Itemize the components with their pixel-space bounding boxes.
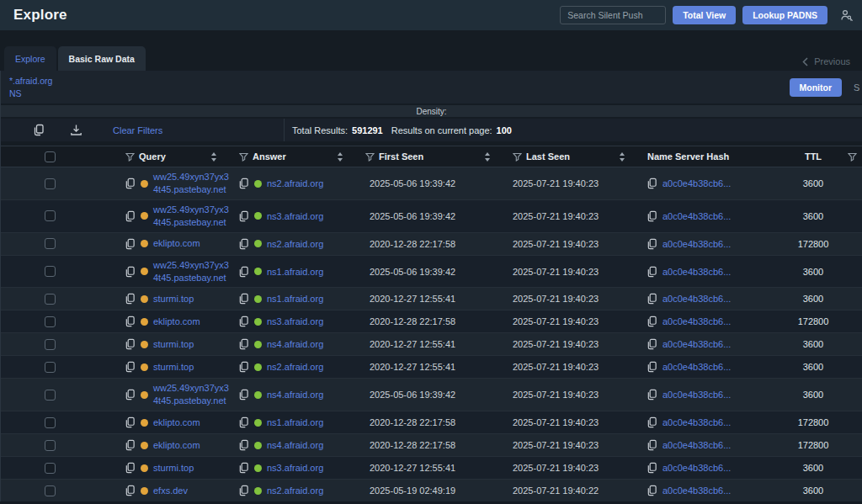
copy-icon[interactable] xyxy=(646,316,657,327)
name-server-hash-link[interactable]: a0c0e4b38cb6... xyxy=(662,485,731,496)
name-server-hash-link[interactable]: a0c0e4b38cb6... xyxy=(662,316,731,326)
filter-icon[interactable] xyxy=(365,152,375,162)
query-link[interactable]: eklipto.com xyxy=(153,439,200,452)
copy-icon[interactable] xyxy=(125,178,136,189)
name-server-hash-link[interactable]: a0c0e4b38cb6... xyxy=(662,362,731,372)
row-checkbox[interactable] xyxy=(45,294,56,305)
answer-link[interactable]: ns3.afraid.org xyxy=(267,463,323,473)
answer-link[interactable]: ns2.afraid.org xyxy=(267,178,323,188)
copy-icon[interactable] xyxy=(238,210,249,222)
query-link[interactable]: sturmi.top xyxy=(153,293,194,305)
row-checkbox[interactable] xyxy=(45,362,56,373)
copy-icon[interactable] xyxy=(125,210,136,222)
row-checkbox[interactable] xyxy=(45,316,56,327)
select-all-checkbox[interactable] xyxy=(45,151,56,162)
query-link[interactable]: efxs.dev xyxy=(153,485,188,497)
copy-icon[interactable] xyxy=(125,439,136,451)
copy-icon[interactable] xyxy=(125,293,136,305)
previous-button[interactable]: Previous xyxy=(802,56,850,71)
answer-link[interactable]: ns2.afraid.org xyxy=(267,485,323,496)
query-link[interactable]: ww25.49xyn37yx34t45.pastebay.net xyxy=(153,382,232,407)
copy-icon[interactable] xyxy=(238,178,249,189)
row-checkbox[interactable] xyxy=(45,266,56,277)
tab-explore[interactable]: Explore xyxy=(4,46,56,71)
filter-icon[interactable] xyxy=(239,152,248,162)
name-server-hash-link[interactable]: a0c0e4b38cb6... xyxy=(662,211,731,221)
copy-icon[interactable] xyxy=(646,266,657,278)
clipped-right-button[interactable]: S xyxy=(854,82,862,93)
name-server-hash-link[interactable]: a0c0e4b38cb6... xyxy=(662,339,731,349)
answer-link[interactable]: ns3.afraid.org xyxy=(267,316,323,326)
copy-icon[interactable] xyxy=(125,316,136,327)
filter-icon[interactable] xyxy=(125,152,135,162)
sort-answer-icon[interactable] xyxy=(337,151,343,162)
copy-icon[interactable] xyxy=(125,266,136,278)
answer-link[interactable]: ns4.afraid.org xyxy=(267,339,323,349)
name-server-hash-link[interactable]: a0c0e4b38cb6... xyxy=(662,267,731,277)
copy-icon[interactable] xyxy=(238,439,249,451)
copy-icon[interactable] xyxy=(238,389,249,401)
copy-icon[interactable] xyxy=(238,485,249,496)
row-checkbox[interactable] xyxy=(45,440,56,451)
copy-icon[interactable] xyxy=(646,238,657,250)
answer-link[interactable]: ns1.afraid.org xyxy=(267,417,323,427)
user-key-icon[interactable] xyxy=(839,8,854,23)
answer-link[interactable]: ns4.afraid.org xyxy=(267,390,323,400)
copy-icon[interactable] xyxy=(238,338,249,350)
tab-basic-raw-data[interactable]: Basic Raw Data xyxy=(58,46,146,71)
copy-icon[interactable] xyxy=(238,266,249,278)
copy-icon[interactable] xyxy=(238,238,249,250)
query-link[interactable]: sturmi.top xyxy=(153,361,194,374)
copy-icon[interactable] xyxy=(238,293,249,305)
row-checkbox[interactable] xyxy=(45,339,56,350)
copy-icon[interactable] xyxy=(646,439,657,451)
copy-icon[interactable] xyxy=(646,293,657,305)
row-checkbox[interactable] xyxy=(45,417,56,428)
sort-query-icon[interactable] xyxy=(210,151,217,162)
row-checkbox[interactable] xyxy=(45,178,56,189)
copy-icon[interactable] xyxy=(238,361,249,373)
name-server-hash-link[interactable]: a0c0e4b38cb6... xyxy=(662,294,731,304)
name-server-hash-link[interactable]: a0c0e4b38cb6... xyxy=(662,178,731,188)
name-server-hash-link[interactable]: a0c0e4b38cb6... xyxy=(662,239,731,249)
copy-icon[interactable] xyxy=(125,361,136,373)
name-server-hash-link[interactable]: a0c0e4b38cb6... xyxy=(662,390,731,400)
answer-link[interactable]: ns1.afraid.org xyxy=(267,267,323,277)
copy-icon[interactable] xyxy=(646,416,657,428)
name-server-hash-link[interactable]: a0c0e4b38cb6... xyxy=(662,417,731,427)
answer-link[interactable]: ns2.afraid.org xyxy=(267,239,323,249)
sort-first-seen-icon[interactable] xyxy=(484,151,491,162)
copy-icon[interactable] xyxy=(125,485,136,496)
download-icon[interactable] xyxy=(70,124,82,136)
answer-link[interactable]: ns3.afraid.org xyxy=(267,211,323,221)
copy-icon[interactable] xyxy=(646,389,657,401)
copy-results-icon[interactable] xyxy=(33,124,45,136)
query-link[interactable]: sturmi.top xyxy=(153,462,194,475)
copy-icon[interactable] xyxy=(125,416,136,428)
row-checkbox[interactable] xyxy=(45,485,56,496)
monitor-button[interactable]: Monitor xyxy=(790,78,843,97)
copy-icon[interactable] xyxy=(646,338,657,350)
clear-filters-button[interactable]: Clear Filters xyxy=(113,125,162,135)
density-bar[interactable]: Density: xyxy=(1,105,862,117)
filter-icon[interactable] xyxy=(848,152,857,162)
copy-icon[interactable] xyxy=(125,338,136,350)
copy-icon[interactable] xyxy=(646,178,657,189)
copy-icon[interactable] xyxy=(646,485,657,496)
name-server-hash-link[interactable]: a0c0e4b38cb6... xyxy=(662,440,731,450)
copy-icon[interactable] xyxy=(238,316,249,327)
lookup-padns-button[interactable]: Lookup PADNS xyxy=(742,6,827,24)
copy-icon[interactable] xyxy=(125,389,136,401)
answer-link[interactable]: ns4.afraid.org xyxy=(267,440,323,450)
copy-icon[interactable] xyxy=(238,462,249,474)
search-input[interactable] xyxy=(560,6,666,24)
row-checkbox[interactable] xyxy=(45,210,56,221)
answer-link[interactable]: ns1.afraid.org xyxy=(267,294,323,304)
query-link[interactable]: eklipto.com xyxy=(153,416,200,429)
total-view-button[interactable]: Total View xyxy=(673,6,736,24)
query-link[interactable]: eklipto.com xyxy=(153,237,200,250)
sort-last-seen-icon[interactable] xyxy=(619,151,625,162)
query-link[interactable]: ww25.49xyn37yx34t45.pastebay.net xyxy=(153,204,232,229)
copy-icon[interactable] xyxy=(646,210,657,222)
copy-icon[interactable] xyxy=(646,462,657,474)
